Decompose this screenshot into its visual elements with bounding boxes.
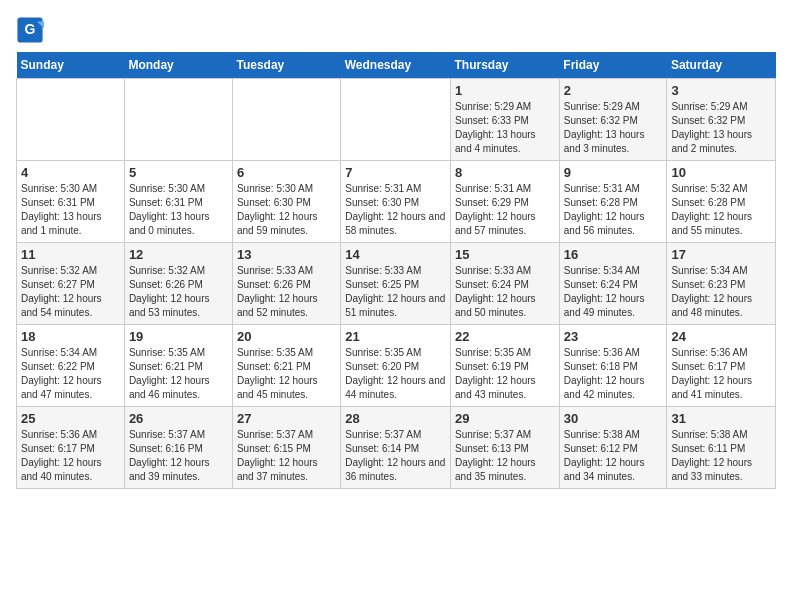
day-header-monday: Monday [124,52,232,79]
calendar-cell [341,79,451,161]
calendar-cell: 22Sunrise: 5:35 AMSunset: 6:19 PMDayligh… [451,325,560,407]
calendar-cell: 15Sunrise: 5:33 AMSunset: 6:24 PMDayligh… [451,243,560,325]
day-number: 2 [564,83,663,98]
day-detail: Sunrise: 5:32 AMSunset: 6:27 PMDaylight:… [21,264,120,320]
week-row-1: 1Sunrise: 5:29 AMSunset: 6:33 PMDaylight… [17,79,776,161]
day-detail: Sunrise: 5:35 AMSunset: 6:21 PMDaylight:… [237,346,336,402]
calendar-cell: 25Sunrise: 5:36 AMSunset: 6:17 PMDayligh… [17,407,125,489]
calendar-cell [232,79,340,161]
week-row-5: 25Sunrise: 5:36 AMSunset: 6:17 PMDayligh… [17,407,776,489]
day-number: 21 [345,329,446,344]
calendar-cell: 5Sunrise: 5:30 AMSunset: 6:31 PMDaylight… [124,161,232,243]
day-number: 6 [237,165,336,180]
calendar-cell: 14Sunrise: 5:33 AMSunset: 6:25 PMDayligh… [341,243,451,325]
day-detail: Sunrise: 5:30 AMSunset: 6:31 PMDaylight:… [129,182,228,238]
day-detail: Sunrise: 5:37 AMSunset: 6:16 PMDaylight:… [129,428,228,484]
calendar-cell: 1Sunrise: 5:29 AMSunset: 6:33 PMDaylight… [451,79,560,161]
day-detail: Sunrise: 5:33 AMSunset: 6:24 PMDaylight:… [455,264,555,320]
calendar-cell [17,79,125,161]
day-detail: Sunrise: 5:31 AMSunset: 6:29 PMDaylight:… [455,182,555,238]
day-detail: Sunrise: 5:33 AMSunset: 6:26 PMDaylight:… [237,264,336,320]
day-header-wednesday: Wednesday [341,52,451,79]
calendar-cell: 18Sunrise: 5:34 AMSunset: 6:22 PMDayligh… [17,325,125,407]
day-number: 22 [455,329,555,344]
day-number: 14 [345,247,446,262]
calendar-cell: 16Sunrise: 5:34 AMSunset: 6:24 PMDayligh… [559,243,667,325]
calendar-cell: 6Sunrise: 5:30 AMSunset: 6:30 PMDaylight… [232,161,340,243]
day-header-sunday: Sunday [17,52,125,79]
calendar-cell: 28Sunrise: 5:37 AMSunset: 6:14 PMDayligh… [341,407,451,489]
calendar-cell: 24Sunrise: 5:36 AMSunset: 6:17 PMDayligh… [667,325,776,407]
day-detail: Sunrise: 5:31 AMSunset: 6:30 PMDaylight:… [345,182,446,238]
day-detail: Sunrise: 5:32 AMSunset: 6:26 PMDaylight:… [129,264,228,320]
calendar-cell: 31Sunrise: 5:38 AMSunset: 6:11 PMDayligh… [667,407,776,489]
calendar-cell [124,79,232,161]
day-detail: Sunrise: 5:30 AMSunset: 6:30 PMDaylight:… [237,182,336,238]
day-detail: Sunrise: 5:29 AMSunset: 6:32 PMDaylight:… [671,100,771,156]
calendar-table: SundayMondayTuesdayWednesdayThursdayFrid… [16,52,776,489]
calendar-cell: 4Sunrise: 5:30 AMSunset: 6:31 PMDaylight… [17,161,125,243]
day-number: 27 [237,411,336,426]
calendar-cell: 10Sunrise: 5:32 AMSunset: 6:28 PMDayligh… [667,161,776,243]
calendar-cell: 13Sunrise: 5:33 AMSunset: 6:26 PMDayligh… [232,243,340,325]
calendar-cell: 20Sunrise: 5:35 AMSunset: 6:21 PMDayligh… [232,325,340,407]
day-detail: Sunrise: 5:29 AMSunset: 6:33 PMDaylight:… [455,100,555,156]
calendar-cell: 8Sunrise: 5:31 AMSunset: 6:29 PMDaylight… [451,161,560,243]
day-number: 12 [129,247,228,262]
day-detail: Sunrise: 5:37 AMSunset: 6:13 PMDaylight:… [455,428,555,484]
day-detail: Sunrise: 5:30 AMSunset: 6:31 PMDaylight:… [21,182,120,238]
day-number: 19 [129,329,228,344]
day-detail: Sunrise: 5:36 AMSunset: 6:17 PMDaylight:… [671,346,771,402]
calendar-cell: 17Sunrise: 5:34 AMSunset: 6:23 PMDayligh… [667,243,776,325]
day-number: 29 [455,411,555,426]
week-row-2: 4Sunrise: 5:30 AMSunset: 6:31 PMDaylight… [17,161,776,243]
day-number: 24 [671,329,771,344]
day-header-friday: Friday [559,52,667,79]
day-number: 30 [564,411,663,426]
day-number: 9 [564,165,663,180]
calendar-cell: 23Sunrise: 5:36 AMSunset: 6:18 PMDayligh… [559,325,667,407]
day-number: 5 [129,165,228,180]
day-detail: Sunrise: 5:34 AMSunset: 6:24 PMDaylight:… [564,264,663,320]
day-number: 20 [237,329,336,344]
calendar-cell: 7Sunrise: 5:31 AMSunset: 6:30 PMDaylight… [341,161,451,243]
day-detail: Sunrise: 5:36 AMSunset: 6:18 PMDaylight:… [564,346,663,402]
day-number: 25 [21,411,120,426]
day-number: 7 [345,165,446,180]
day-detail: Sunrise: 5:38 AMSunset: 6:12 PMDaylight:… [564,428,663,484]
calendar-cell: 2Sunrise: 5:29 AMSunset: 6:32 PMDaylight… [559,79,667,161]
day-number: 18 [21,329,120,344]
day-detail: Sunrise: 5:35 AMSunset: 6:20 PMDaylight:… [345,346,446,402]
day-number: 15 [455,247,555,262]
day-detail: Sunrise: 5:34 AMSunset: 6:23 PMDaylight:… [671,264,771,320]
calendar-cell: 26Sunrise: 5:37 AMSunset: 6:16 PMDayligh… [124,407,232,489]
day-detail: Sunrise: 5:33 AMSunset: 6:25 PMDaylight:… [345,264,446,320]
day-number: 13 [237,247,336,262]
logo-icon: G [16,16,44,44]
day-detail: Sunrise: 5:36 AMSunset: 6:17 PMDaylight:… [21,428,120,484]
day-number: 3 [671,83,771,98]
day-header-thursday: Thursday [451,52,560,79]
day-detail: Sunrise: 5:35 AMSunset: 6:19 PMDaylight:… [455,346,555,402]
day-detail: Sunrise: 5:34 AMSunset: 6:22 PMDaylight:… [21,346,120,402]
calendar-cell: 30Sunrise: 5:38 AMSunset: 6:12 PMDayligh… [559,407,667,489]
header: G [16,16,776,44]
day-detail: Sunrise: 5:32 AMSunset: 6:28 PMDaylight:… [671,182,771,238]
day-header-saturday: Saturday [667,52,776,79]
day-number: 23 [564,329,663,344]
day-detail: Sunrise: 5:31 AMSunset: 6:28 PMDaylight:… [564,182,663,238]
day-detail: Sunrise: 5:38 AMSunset: 6:11 PMDaylight:… [671,428,771,484]
header-row: SundayMondayTuesdayWednesdayThursdayFrid… [17,52,776,79]
calendar-cell: 19Sunrise: 5:35 AMSunset: 6:21 PMDayligh… [124,325,232,407]
calendar-cell: 9Sunrise: 5:31 AMSunset: 6:28 PMDaylight… [559,161,667,243]
calendar-cell: 21Sunrise: 5:35 AMSunset: 6:20 PMDayligh… [341,325,451,407]
day-number: 28 [345,411,446,426]
day-number: 10 [671,165,771,180]
day-number: 31 [671,411,771,426]
svg-text:G: G [25,21,36,37]
day-number: 8 [455,165,555,180]
week-row-3: 11Sunrise: 5:32 AMSunset: 6:27 PMDayligh… [17,243,776,325]
day-header-tuesday: Tuesday [232,52,340,79]
day-number: 4 [21,165,120,180]
day-number: 26 [129,411,228,426]
